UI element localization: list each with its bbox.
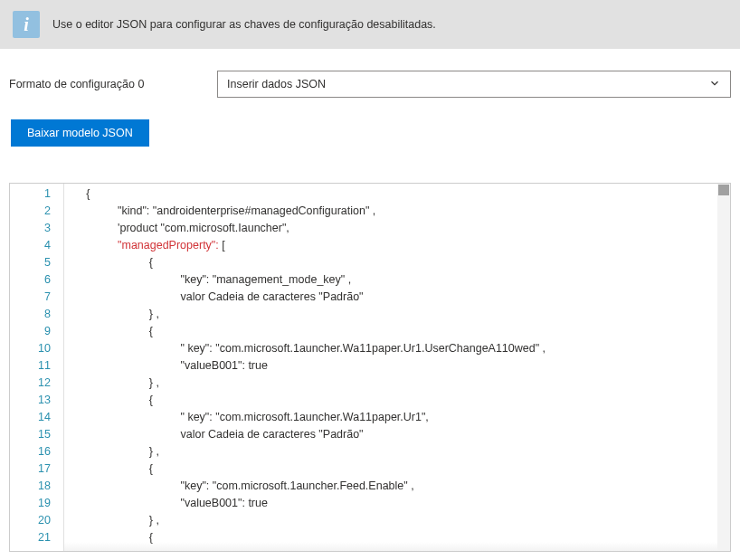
config-format-select[interactable]: Inserir dados JSON xyxy=(217,71,731,98)
code-line[interactable]: { xyxy=(64,323,717,340)
info-banner-text: Use o editor JSON para configurar as cha… xyxy=(52,18,436,31)
config-format-label: Formato de configuração 0 xyxy=(9,78,190,90)
line-number: 14 xyxy=(10,409,63,426)
line-number: 7 xyxy=(10,289,63,306)
code-line[interactable]: } , xyxy=(64,306,717,323)
chevron-down-icon xyxy=(708,77,721,92)
line-number: 1 xyxy=(10,185,63,203)
vertical-scrollbar[interactable] xyxy=(717,184,730,551)
line-number: 11 xyxy=(10,357,63,375)
line-number: 16 xyxy=(10,443,63,460)
scroll-position-marker xyxy=(718,185,729,195)
code-line[interactable]: } , xyxy=(64,512,717,529)
download-json-template-button[interactable]: Baixar modelo JSON xyxy=(11,119,149,147)
code-line[interactable]: } , xyxy=(64,443,717,460)
line-number: 19 xyxy=(10,495,63,512)
code-line[interactable]: } , xyxy=(64,375,717,392)
horizontal-scrollbar[interactable] xyxy=(64,542,717,551)
line-number-gutter: 123456789101112131415161718192021 xyxy=(10,184,64,551)
line-number: 8 xyxy=(10,306,63,323)
code-line[interactable]: { xyxy=(64,392,717,409)
code-line[interactable]: "valueB001": true xyxy=(64,357,717,375)
line-number: 2 xyxy=(10,203,63,220)
line-number: 15 xyxy=(10,426,63,443)
code-area[interactable]: { "kind": "androidenterprise#managedConf… xyxy=(64,184,717,551)
code-line[interactable]: "kind": "androidenterprise#managedConfig… xyxy=(64,203,717,220)
line-number: 4 xyxy=(10,237,63,254)
code-line[interactable]: valor Cadeia de caracteres "Padrão" xyxy=(64,426,717,443)
code-line[interactable]: 'product "com.microsoft.Iauncher", xyxy=(64,220,717,237)
line-number: 3 xyxy=(10,220,63,237)
line-number: 5 xyxy=(10,254,63,271)
code-line[interactable]: " key": "com.microsoft.1auncher.Wa11pape… xyxy=(64,409,717,426)
code-line[interactable]: { xyxy=(64,185,717,203)
code-line[interactable]: " key": "com.microsoft.1auncher.Wa11pape… xyxy=(64,340,717,357)
code-line[interactable]: { xyxy=(64,460,717,478)
line-number: 6 xyxy=(10,271,63,289)
code-line[interactable]: "managedProperty": [ xyxy=(64,237,717,254)
code-line[interactable]: "key": "management_mode_key" , xyxy=(64,271,717,289)
line-number: 12 xyxy=(10,375,63,392)
code-line[interactable]: "valueB001": true xyxy=(64,495,717,512)
select-value: Inserir dados JSON xyxy=(227,78,326,90)
code-line[interactable]: "key": "com.microsoft.1auncher.Feed.Enab… xyxy=(64,478,717,495)
code-line[interactable]: { xyxy=(64,254,717,271)
line-number: 13 xyxy=(10,392,63,409)
line-number: 10 xyxy=(10,340,63,357)
json-editor[interactable]: 123456789101112131415161718192021 { "kin… xyxy=(9,183,731,552)
info-banner: i Use o editor JSON para configurar as c… xyxy=(0,0,740,49)
info-icon: i xyxy=(13,11,40,38)
config-format-row: Formato de configuração 0 Inserir dados … xyxy=(0,49,740,114)
line-number: 20 xyxy=(10,512,63,529)
line-number: 9 xyxy=(10,323,63,340)
line-number: 18 xyxy=(10,478,63,495)
line-number: 17 xyxy=(10,460,63,478)
line-number: 21 xyxy=(10,529,63,546)
code-line[interactable]: valor Cadeia de caracteres "Padrão" xyxy=(64,289,717,306)
